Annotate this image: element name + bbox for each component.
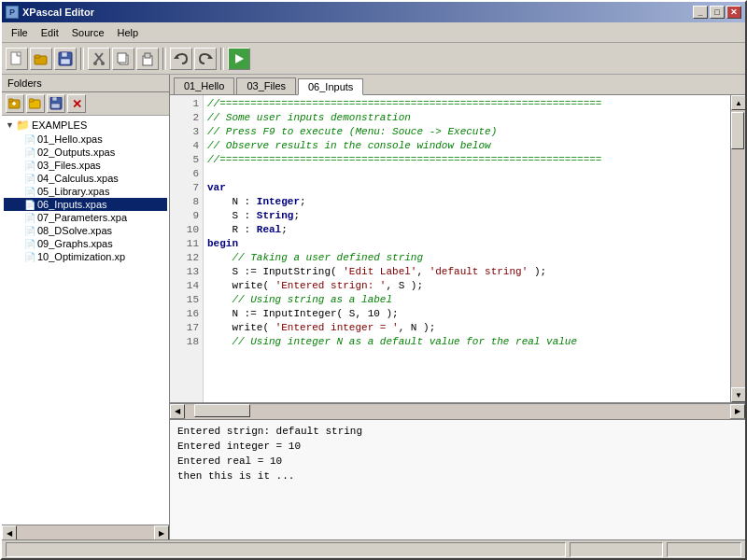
scroll-h-track[interactable] bbox=[185, 404, 730, 419]
horizontal-scrollbar: ◀ ▶ bbox=[170, 403, 745, 418]
svg-rect-5 bbox=[61, 59, 70, 64]
svg-rect-11 bbox=[118, 53, 126, 63]
console-panel: Entered strign: default stringEntered in… bbox=[170, 418, 745, 539]
svg-rect-2 bbox=[35, 55, 40, 58]
tree-file-02_Outputs-xpas[interactable]: 📄02_Outputs.xpas bbox=[4, 146, 167, 159]
copy-button[interactable] bbox=[112, 48, 134, 70]
titlebar-buttons: _ □ ✕ bbox=[693, 6, 741, 19]
menu-source[interactable]: Source bbox=[66, 25, 110, 40]
svg-point-8 bbox=[93, 62, 97, 65]
svg-rect-0 bbox=[11, 52, 21, 64]
tree-file-04_Calculus-xpas[interactable]: 📄04_Calculus.xpas bbox=[4, 172, 167, 185]
toolbar-separator-2 bbox=[162, 48, 166, 70]
open-button[interactable] bbox=[30, 48, 52, 70]
tree-file-05_Library-xpas[interactable]: 📄05_Library.xpas bbox=[4, 185, 167, 198]
svg-rect-4 bbox=[62, 52, 67, 57]
file-icon: 📄 bbox=[24, 174, 35, 184]
root-folder-icon: 📁 bbox=[16, 119, 30, 132]
statusbar bbox=[2, 539, 745, 558]
tree-items: 📄01_Hello.xpas📄02_Outputs.xpas📄03_Files.… bbox=[4, 133, 167, 263]
paste-button[interactable] bbox=[136, 48, 159, 70]
titlebar: P XPascal Editor _ □ ✕ bbox=[2, 2, 745, 22]
console-line: Entered real = 10 bbox=[177, 454, 738, 469]
file-icon: 📄 bbox=[24, 187, 35, 197]
tree-file-08_DSolve-xpas[interactable]: 📄08_DSolve.xpas bbox=[4, 224, 167, 237]
tree-file-06_Inputs-xpas[interactable]: 📄06_Inputs.xpas bbox=[4, 198, 167, 211]
svg-marker-16 bbox=[235, 54, 244, 63]
tree-file-10_Optimization-xp[interactable]: 📄10_Optimization.xp bbox=[4, 250, 167, 263]
tree-file-07_Parameters-xpa[interactable]: 📄07_Parameters.xpa bbox=[4, 211, 167, 224]
editor-area: 01_Hello03_Files06_Inputs 12345678910111… bbox=[170, 75, 745, 539]
status-panel-1 bbox=[6, 542, 566, 557]
svg-rect-25 bbox=[51, 104, 60, 108]
close-button[interactable]: ✕ bbox=[726, 6, 741, 19]
file-tree: ▼ 📁 EXAMPLES 📄01_Hello.xpas📄02_Outputs.x… bbox=[2, 116, 169, 525]
tab-06inputs[interactable]: 06_Inputs bbox=[298, 78, 363, 95]
tree-file-03_Files-xpas[interactable]: 📄03_Files.xpas bbox=[4, 159, 167, 172]
run-button[interactable] bbox=[228, 48, 250, 70]
vertical-scrollbar: ▲ ▼ bbox=[730, 95, 745, 402]
tree-file-09_Graphs-xpas[interactable]: 📄09_Graphs.xpas bbox=[4, 237, 167, 250]
app-icon: P bbox=[6, 6, 19, 19]
scrollbar-left-arrow[interactable]: ◀ bbox=[2, 525, 17, 539]
svg-rect-18 bbox=[8, 99, 13, 102]
collapse-icon[interactable]: ▼ bbox=[6, 120, 14, 130]
code-panel: 123456789101112131415161718 //==========… bbox=[170, 95, 745, 403]
scroll-left-arrow[interactable]: ◀ bbox=[170, 404, 185, 419]
maximize-button[interactable]: □ bbox=[710, 6, 725, 19]
console-line: Entered integer = 10 bbox=[177, 439, 738, 454]
redo-button[interactable] bbox=[194, 48, 217, 70]
scroll-up-arrow[interactable]: ▲ bbox=[731, 95, 745, 110]
minimize-button[interactable]: _ bbox=[693, 6, 708, 19]
titlebar-left: P XPascal Editor bbox=[6, 6, 94, 19]
main-window: P XPascal Editor _ □ ✕ File Edit Source … bbox=[0, 0, 747, 560]
new-button[interactable] bbox=[6, 48, 28, 70]
svg-point-9 bbox=[101, 62, 105, 65]
delete-button[interactable]: ✕ bbox=[67, 94, 86, 113]
svg-rect-13 bbox=[145, 53, 150, 58]
window-title: XPascal Editor bbox=[22, 7, 94, 18]
menu-help[interactable]: Help bbox=[112, 25, 145, 40]
scrollbar-track[interactable] bbox=[17, 525, 154, 539]
code-content[interactable]: //======================================… bbox=[204, 95, 730, 402]
scroll-down-arrow[interactable]: ▼ bbox=[731, 387, 745, 402]
cut-button[interactable] bbox=[88, 48, 110, 70]
sidebar-toolbar: ✕ bbox=[2, 92, 169, 116]
console-line: then this is it ... bbox=[177, 469, 738, 483]
menu-file[interactable]: File bbox=[6, 25, 34, 40]
svg-rect-24 bbox=[52, 97, 57, 101]
file-icon: 📄 bbox=[24, 213, 35, 223]
line-numbers: 123456789101112131415161718 bbox=[170, 95, 204, 402]
tree-root: ▼ 📁 EXAMPLES bbox=[4, 118, 167, 133]
tab-bar: 01_Hello03_Files06_Inputs bbox=[170, 75, 745, 95]
scroll-right-arrow[interactable]: ▶ bbox=[730, 404, 745, 419]
open-folder-button[interactable] bbox=[26, 94, 45, 113]
file-icon: 📄 bbox=[24, 239, 35, 249]
status-panel-3 bbox=[667, 542, 741, 557]
file-icon: 📄 bbox=[24, 226, 35, 236]
svg-rect-22 bbox=[29, 99, 34, 102]
file-icon: 📄 bbox=[24, 252, 35, 262]
tree-file-01_Hello-xpas[interactable]: 📄01_Hello.xpas bbox=[4, 133, 167, 146]
scrollbar-right-arrow[interactable]: ▶ bbox=[154, 525, 169, 539]
save-button[interactable] bbox=[54, 48, 77, 70]
undo-button[interactable] bbox=[170, 48, 192, 70]
scroll-thumb[interactable] bbox=[731, 112, 744, 149]
new-folder-button[interactable] bbox=[6, 94, 24, 113]
sidebar-bottom-scrollbar: ◀ ▶ bbox=[2, 525, 169, 539]
menu-edit[interactable]: Edit bbox=[35, 25, 64, 40]
tab-01hello[interactable]: 01_Hello bbox=[174, 77, 234, 94]
tab-03files[interactable]: 03_Files bbox=[236, 77, 296, 94]
toolbar-separator-3 bbox=[220, 48, 224, 70]
scroll-h-thumb[interactable] bbox=[194, 404, 250, 417]
toolbar bbox=[2, 43, 745, 75]
status-panel-2 bbox=[570, 542, 663, 557]
file-icon: 📄 bbox=[24, 200, 35, 210]
file-icon: 📄 bbox=[24, 161, 35, 171]
scroll-track[interactable] bbox=[731, 110, 745, 387]
file-icon: 📄 bbox=[24, 134, 35, 145]
save-folder-button[interactable] bbox=[47, 94, 65, 113]
console-line: Entered strign: default string bbox=[177, 424, 738, 439]
root-folder-label[interactable]: EXAMPLES bbox=[32, 119, 87, 131]
menubar: File Edit Source Help bbox=[2, 22, 745, 43]
